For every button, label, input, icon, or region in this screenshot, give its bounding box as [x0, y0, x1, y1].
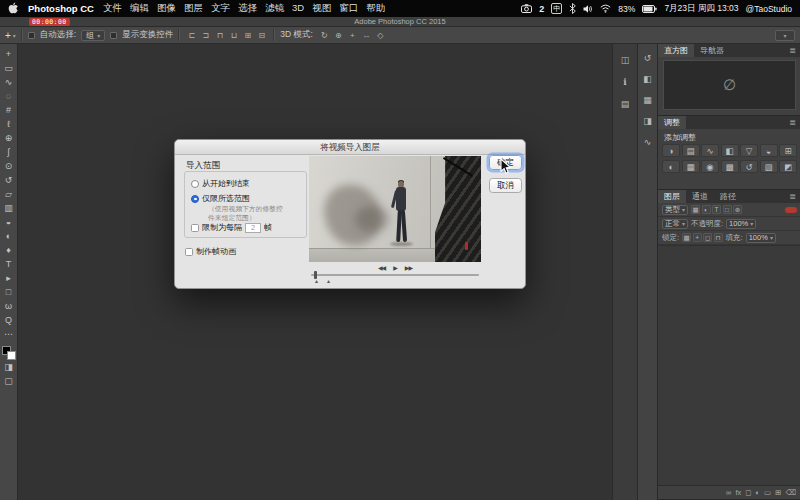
libraries-panel-icon[interactable]: ▤ — [618, 97, 632, 110]
show-transform-checkbox[interactable] — [110, 32, 117, 39]
menu-item[interactable]: 3D — [292, 2, 304, 15]
layer-filter-icon[interactable]: T — [712, 205, 721, 214]
adjustment-icon[interactable]: ◧ — [721, 144, 739, 157]
radio-full-range[interactable] — [191, 180, 199, 188]
3d-mode-icon[interactable]: ↔ — [360, 30, 373, 41]
adjustment-icon[interactable]: ∿ — [701, 144, 719, 157]
rewind-icon[interactable]: ◀◀ — [378, 264, 385, 271]
adjustment-layer-icon[interactable]: ◐ — [755, 488, 760, 497]
link-layers-icon[interactable]: ∞ — [726, 488, 731, 497]
adjustment-icon[interactable]: ◐ — [662, 160, 680, 173]
lock-icon[interactable]: ▩ — [682, 233, 691, 242]
tool-icon[interactable]: ʃ — [1, 145, 17, 159]
limit-frames-input[interactable] — [245, 223, 261, 233]
tab-navigator[interactable]: 导航器 — [694, 44, 730, 57]
bluetooth-icon[interactable] — [569, 3, 576, 14]
screen-mode-icon[interactable]: ▢ — [1, 374, 17, 388]
tool-icon[interactable]: ⊙ — [1, 159, 17, 173]
limit-frames-checkbox[interactable] — [191, 224, 199, 232]
menu-bar-user[interactable]: @TaoStudio — [746, 4, 792, 14]
align-icon[interactable]: ⊔ — [227, 30, 240, 41]
tool-icon[interactable]: ⋯ — [1, 327, 17, 341]
layers-list[interactable] — [658, 245, 800, 486]
panel-menu-icon[interactable]: ≣ — [785, 190, 800, 203]
menu-item[interactable]: 选择 — [238, 2, 257, 15]
menu-item[interactable]: 滤镜 — [265, 2, 284, 15]
blend-mode-dropdown[interactable]: 正常 ▾ — [662, 219, 688, 229]
brush-panel-icon[interactable]: ∿ — [641, 135, 655, 148]
tool-icon[interactable]: # — [1, 103, 17, 117]
adjustment-icon[interactable]: ▨ — [760, 160, 778, 173]
menu-item[interactable]: 帮助 — [366, 2, 385, 15]
workspace-switcher[interactable]: ▾ — [775, 30, 795, 41]
layer-filter-icon[interactable]: ▦ — [691, 205, 700, 214]
trim-in-marker[interactable]: ▲ — [314, 278, 319, 284]
color-panel-icon[interactable]: ◧ — [641, 72, 655, 85]
layer-mask-icon[interactable]: ◻ — [745, 488, 751, 497]
tool-icon[interactable]: ◌ — [1, 89, 17, 103]
styles-panel-icon[interactable]: ◨ — [641, 114, 655, 127]
history-panel-icon[interactable]: ↺ — [641, 51, 655, 64]
align-icon[interactable]: ⊟ — [255, 30, 268, 41]
tool-icon[interactable]: ◒ — [1, 215, 17, 229]
wifi-icon[interactable] — [600, 4, 611, 13]
input-method-icon[interactable]: 中 — [551, 3, 562, 14]
tab-layers[interactable]: 图层 — [658, 190, 686, 203]
camera-icon[interactable] — [521, 4, 532, 13]
menu-item[interactable]: 编辑 — [130, 2, 149, 15]
radio-selected-range[interactable] — [191, 195, 199, 203]
menu-item[interactable]: 文字 — [211, 2, 230, 15]
background-color-swatch[interactable] — [7, 351, 16, 360]
tool-icon[interactable]: ▭ — [1, 61, 17, 75]
play-icon[interactable]: ▶ — [393, 264, 397, 271]
lock-icon[interactable]: ⊓ — [714, 233, 723, 242]
tool-icon[interactable]: ▸ — [1, 271, 17, 285]
adjustment-icon[interactable]: ▤ — [682, 144, 700, 157]
properties-panel-icon[interactable]: ◫ — [618, 53, 632, 66]
layer-style-icon[interactable]: fx — [735, 488, 741, 497]
tool-icon[interactable]: ℓ — [1, 117, 17, 131]
app-menu-title[interactable]: Photoshop CC — [28, 3, 94, 14]
info-panel-icon[interactable]: ℹ — [618, 75, 632, 88]
tool-icon[interactable]: ♦ — [1, 243, 17, 257]
menu-item[interactable]: 窗口 — [339, 2, 358, 15]
notification-badge[interactable]: 2 — [539, 4, 544, 14]
trim-out-marker[interactable]: ▲ — [326, 278, 331, 284]
quick-mask-icon[interactable]: ◨ — [1, 360, 17, 374]
timeline-slider[interactable] — [311, 274, 479, 276]
adjustment-icon[interactable]: ◒ — [760, 144, 778, 157]
3d-mode-icon[interactable]: ◇ — [374, 30, 387, 41]
align-icon[interactable]: ⊓ — [213, 30, 226, 41]
layer-filter-dropdown[interactable]: 类型 ▾ — [662, 205, 688, 215]
swatches-panel-icon[interactable]: ▦ — [641, 93, 655, 106]
tool-icon[interactable]: ◐ — [1, 229, 17, 243]
fill-dropdown[interactable]: 100% ▾ — [746, 233, 776, 243]
layer-filter-icon[interactable]: ⊛ — [733, 205, 742, 214]
tool-icon[interactable]: T — [1, 257, 17, 271]
3d-mode-icon[interactable]: ⊕ — [332, 30, 345, 41]
tool-preset-picker[interactable]: + ▾ — [5, 30, 16, 41]
panel-menu-icon[interactable]: ≣ — [785, 116, 800, 129]
tool-icon[interactable]: Q — [1, 313, 17, 327]
battery-icon[interactable] — [642, 5, 657, 13]
align-icon[interactable]: ⊞ — [241, 30, 254, 41]
tab-histogram[interactable]: 直方图 — [658, 44, 694, 57]
adjustment-icon[interactable]: ◩ — [779, 160, 797, 173]
menu-item[interactable]: 文件 — [103, 2, 122, 15]
auto-select-dropdown[interactable]: 组 ▾ — [81, 30, 105, 41]
tool-icon[interactable]: ⊕ — [1, 131, 17, 145]
tab-channels[interactable]: 通道 — [686, 190, 714, 203]
panel-menu-icon[interactable]: ≣ — [785, 44, 800, 57]
3d-mode-icon[interactable]: + — [346, 30, 359, 41]
adjustment-icon[interactable]: ⊞ — [779, 144, 797, 157]
menu-item[interactable]: 图层 — [184, 2, 203, 15]
adjustment-icon[interactable]: ◑ — [662, 144, 680, 157]
align-icon[interactable]: ⊐ — [199, 30, 212, 41]
volume-icon[interactable] — [583, 4, 593, 14]
tool-icon[interactable]: + — [1, 47, 17, 61]
tool-icon[interactable]: ∿ — [1, 75, 17, 89]
fast-forward-icon[interactable]: ▶▶ — [405, 264, 412, 271]
adjustment-icon[interactable]: ▩ — [721, 160, 739, 173]
frame-animation-checkbox[interactable] — [185, 248, 193, 256]
filter-toggle-switch[interactable] — [785, 207, 797, 213]
